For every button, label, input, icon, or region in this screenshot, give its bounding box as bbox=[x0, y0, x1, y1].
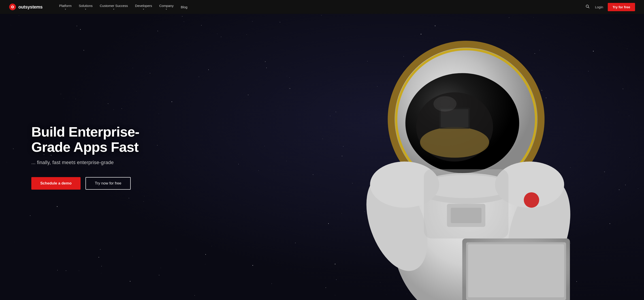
chevron-down-icon: ▾ bbox=[113, 8, 114, 10]
hero-cta: Schedule a demo Try now for free bbox=[31, 177, 161, 190]
svg-rect-18 bbox=[441, 109, 468, 127]
svg-point-16 bbox=[420, 127, 489, 158]
main-nav: Platform ▾ Solutions ▾ Customer Success … bbox=[56, 0, 585, 14]
navbar-right: Login Try for free bbox=[585, 3, 635, 11]
astronaut-illustration bbox=[258, 0, 644, 300]
svg-rect-10 bbox=[468, 244, 564, 297]
chevron-down-icon: ▾ bbox=[65, 8, 66, 10]
nav-label-company: Company bbox=[159, 4, 174, 8]
nav-item-platform[interactable]: Platform ▾ bbox=[56, 0, 75, 14]
nav-label-solutions: Solutions bbox=[79, 4, 93, 8]
nav-label-developers: Developers bbox=[135, 4, 152, 8]
nav-label-platform: Platform bbox=[59, 4, 72, 8]
chevron-down-icon: ▾ bbox=[166, 8, 167, 10]
brand-logo[interactable]: outsystems bbox=[9, 3, 42, 11]
login-button[interactable]: Login bbox=[595, 5, 603, 9]
chevron-down-icon: ▾ bbox=[85, 8, 86, 10]
schedule-demo-button[interactable]: Schedule a demo bbox=[31, 177, 80, 190]
hero-content: Build Enterprise-Grade Apps Fast ... fin… bbox=[0, 124, 161, 190]
try-now-button[interactable]: Try now for free bbox=[86, 177, 131, 190]
nav-label-blog: Blog bbox=[181, 5, 188, 9]
logo-icon bbox=[9, 3, 16, 11]
nav-item-customer-success[interactable]: Customer Success ▾ bbox=[97, 0, 131, 14]
hero-subtitle: ... finally, fast meets enterprise-grade bbox=[31, 160, 161, 165]
hero-title: Build Enterprise-Grade Apps Fast bbox=[31, 124, 161, 155]
hero-section: Build Enterprise-Grade Apps Fast ... fin… bbox=[0, 0, 644, 300]
navbar: outsystems Platform ▾ Solutions ▾ Custom… bbox=[0, 0, 644, 14]
search-button[interactable] bbox=[585, 4, 590, 11]
brand-name: outsystems bbox=[18, 5, 42, 10]
nav-item-company[interactable]: Company ▾ bbox=[156, 0, 176, 14]
svg-line-4 bbox=[588, 7, 589, 8]
svg-point-24 bbox=[524, 192, 539, 208]
svg-rect-27 bbox=[424, 169, 508, 238]
svg-point-19 bbox=[434, 96, 456, 112]
chevron-down-icon: ▾ bbox=[143, 8, 144, 10]
nav-item-solutions[interactable]: Solutions ▾ bbox=[76, 0, 96, 14]
search-icon bbox=[586, 5, 590, 9]
nav-label-customer-success: Customer Success bbox=[100, 4, 128, 8]
nav-item-developers[interactable]: Developers ▾ bbox=[132, 0, 155, 14]
nav-item-blog[interactable]: Blog bbox=[178, 0, 191, 14]
try-for-free-button[interactable]: Try for free bbox=[608, 3, 635, 11]
astronaut-svg bbox=[258, 0, 644, 300]
svg-point-2 bbox=[12, 6, 13, 8]
